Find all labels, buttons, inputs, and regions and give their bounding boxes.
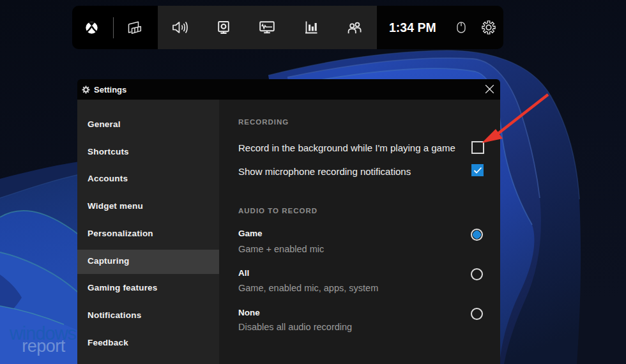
- svg-text:report: report: [22, 337, 66, 356]
